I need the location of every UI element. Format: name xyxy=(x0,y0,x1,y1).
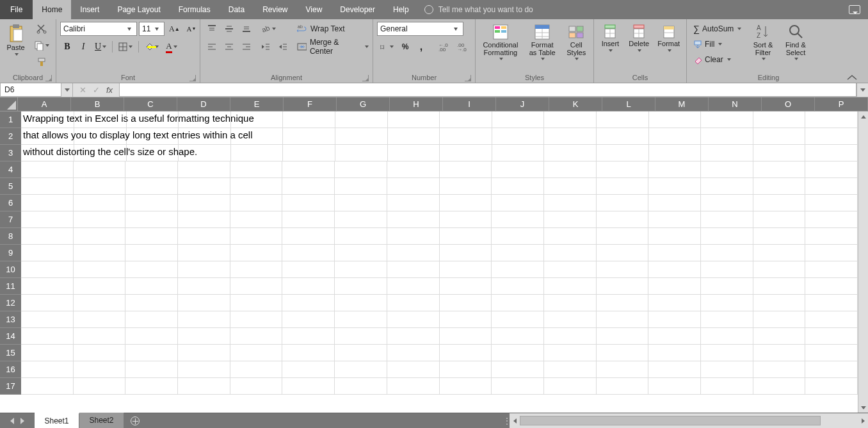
cell[interactable] xyxy=(125,261,178,278)
cell[interactable] xyxy=(648,245,701,261)
cell[interactable] xyxy=(597,328,649,345)
cell[interactable] xyxy=(335,228,387,245)
cell[interactable] xyxy=(335,311,387,328)
cell[interactable] xyxy=(597,295,649,311)
cell[interactable] xyxy=(440,111,492,128)
cell[interactable] xyxy=(701,211,753,228)
scroll-down-arrow[interactable] xyxy=(858,402,868,413)
cell[interactable] xyxy=(701,345,753,361)
cell[interactable] xyxy=(21,295,74,311)
cell[interactable] xyxy=(648,378,701,395)
cell[interactable] xyxy=(283,145,335,161)
cell[interactable] xyxy=(805,328,858,345)
cell[interactable] xyxy=(21,161,74,178)
cell[interactable] xyxy=(125,345,178,361)
cell[interactable] xyxy=(335,161,387,178)
align-left-button[interactable] xyxy=(204,40,220,54)
cell[interactable] xyxy=(753,261,806,278)
scroll-up-arrow[interactable] xyxy=(858,111,868,122)
cell[interactable] xyxy=(805,211,858,228)
cell[interactable] xyxy=(440,128,492,145)
collapse-ribbon-icon[interactable] xyxy=(846,74,858,81)
font-name-select[interactable]: Calibri xyxy=(60,22,137,36)
cell[interactable] xyxy=(230,211,283,228)
cell[interactable] xyxy=(492,128,545,145)
row-header[interactable]: 12 xyxy=(0,295,21,311)
cell[interactable] xyxy=(74,328,126,345)
paste-button[interactable]: Paste xyxy=(4,22,28,56)
cell[interactable] xyxy=(74,378,126,395)
row-header[interactable]: 2 xyxy=(0,128,21,145)
cell[interactable] xyxy=(230,245,283,261)
cell[interactable] xyxy=(492,178,544,195)
cell[interactable] xyxy=(178,345,230,361)
accounting-format-button[interactable]: ⌑ xyxy=(377,40,396,54)
column-header[interactable]: P xyxy=(815,97,868,111)
italic-button[interactable]: I xyxy=(76,40,90,54)
cell[interactable] xyxy=(597,178,649,195)
insert-cells-button[interactable]: Insert xyxy=(598,22,623,53)
font-size-select[interactable]: 11 xyxy=(139,22,165,36)
cell[interactable] xyxy=(282,261,335,278)
cell[interactable] xyxy=(125,311,178,328)
cell[interactable]: Wrapping text in Excel is a useful forma… xyxy=(21,111,74,128)
cell[interactable] xyxy=(440,178,492,195)
increase-font-button[interactable]: A▲ xyxy=(166,22,182,36)
cell[interactable] xyxy=(230,161,283,178)
cell[interactable] xyxy=(805,228,858,245)
cell[interactable] xyxy=(74,228,126,245)
horizontal-scrollbar[interactable] xyxy=(510,413,868,428)
cell[interactable] xyxy=(648,195,701,211)
number-format-select[interactable]: General xyxy=(377,22,463,36)
cell[interactable] xyxy=(125,211,178,228)
font-dialog-launcher[interactable] xyxy=(189,75,196,81)
cell[interactable] xyxy=(440,295,492,311)
cell[interactable] xyxy=(492,261,544,278)
tab-scroll-grip[interactable]: ⋮ xyxy=(504,413,510,428)
cell[interactable] xyxy=(544,361,597,378)
column-header[interactable]: F xyxy=(284,97,337,111)
cell[interactable] xyxy=(597,278,649,295)
cell[interactable] xyxy=(230,311,283,328)
row-header[interactable]: 10 xyxy=(0,261,21,278)
cell[interactable] xyxy=(21,261,74,278)
cell[interactable] xyxy=(701,261,753,278)
cell[interactable] xyxy=(282,361,335,378)
sheet-tab[interactable]: Sheet2 xyxy=(79,413,124,428)
increase-decimal-button[interactable]: ←.0.00 xyxy=(436,40,453,54)
cell[interactable] xyxy=(21,245,74,261)
cell[interactable] xyxy=(648,345,701,361)
cell[interactable] xyxy=(492,211,544,228)
cell[interactable] xyxy=(387,161,440,178)
cell[interactable] xyxy=(74,211,126,228)
cell[interactable] xyxy=(753,378,806,395)
cell[interactable] xyxy=(178,278,230,295)
cell[interactable] xyxy=(649,128,702,145)
fx-icon[interactable]: fx xyxy=(106,85,113,95)
cell[interactable] xyxy=(648,178,701,195)
cell[interactable] xyxy=(701,328,753,345)
cell[interactable] xyxy=(230,361,283,378)
tell-me-search[interactable]: Tell me what you want to do xyxy=(418,0,540,19)
cell[interactable] xyxy=(125,328,178,345)
cell[interactable] xyxy=(21,178,74,195)
cell[interactable] xyxy=(649,145,702,161)
cell[interactable] xyxy=(805,311,858,328)
cell[interactable] xyxy=(753,145,806,161)
column-header[interactable]: O xyxy=(762,97,815,111)
cell[interactable] xyxy=(805,111,858,128)
cell[interactable] xyxy=(125,361,178,378)
cell[interactable] xyxy=(21,195,74,211)
cell[interactable] xyxy=(597,195,649,211)
orientation-button[interactable]: ab xyxy=(258,22,278,36)
cell[interactable] xyxy=(492,245,544,261)
cell[interactable] xyxy=(335,245,387,261)
menu-tab-developer[interactable]: Developer xyxy=(331,0,384,19)
cell[interactable] xyxy=(805,195,858,211)
wrap-text-button[interactable]: ab Wrap Text xyxy=(294,22,371,36)
cell[interactable] xyxy=(440,378,492,395)
number-dialog-launcher[interactable] xyxy=(465,75,471,81)
conditional-formatting-button[interactable]: Conditional Formatting xyxy=(479,22,522,61)
menu-tab-data[interactable]: Data xyxy=(220,0,253,19)
align-top-button[interactable] xyxy=(204,22,220,36)
